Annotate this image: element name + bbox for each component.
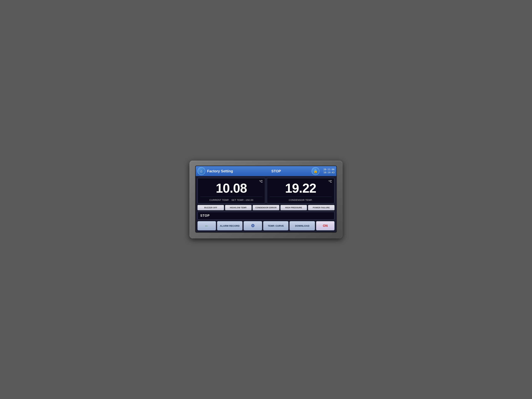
back-button[interactable]: ←	[197, 221, 216, 230]
temp-curve-button[interactable]: TEMP. CURVE	[263, 221, 289, 230]
alarm-record-label: ALARM RECORD	[220, 225, 240, 227]
temp-divider-left	[200, 197, 262, 197]
back-arrow-icon: ←	[205, 223, 209, 228]
temp-divider-right	[270, 197, 332, 197]
condensor-error-button[interactable]: CONDENSOR ERROR	[253, 205, 279, 210]
condensor-temp-unit: °C	[329, 180, 332, 184]
current-temp-unit: °C	[259, 180, 263, 184]
high-low-temp-button[interactable]: HIGH/LOW TEMP.	[225, 205, 252, 210]
screen: ⌂ Factory Setting STOP 🔒 20-11-06 10:19:…	[195, 165, 337, 233]
current-temp-box: °C 10.08 CURRENT TEMP. SET TEMP.:-150.00	[197, 178, 265, 203]
status-text: STOP	[200, 214, 210, 217]
datetime-display: 20-11-06 10:19:43	[321, 168, 335, 174]
buzzer-off-button[interactable]: BUZZER OFF	[197, 205, 224, 210]
alarm-record-button[interactable]: ALARM RECORD	[217, 221, 242, 230]
download-label: DOWNLOAD	[295, 225, 309, 227]
high-pressure-button[interactable]: HIGH PRESSURE	[280, 205, 307, 210]
download-button[interactable]: DOWNLOAD	[290, 221, 315, 230]
power-failure-button[interactable]: POWER FAILURE	[308, 205, 335, 210]
alarm-buttons-row: BUZZER OFF HIGH/LOW TEMP. CONDENSOR ERRO…	[197, 205, 335, 210]
current-temp-value: 10.08	[200, 180, 262, 196]
on-label: ON	[323, 224, 328, 228]
home-button[interactable]: ⌂	[197, 167, 205, 175]
temp-curve-label: TEMP. CURVE	[268, 225, 284, 227]
condensor-temp-desc: CONDENSOR TEMP.	[270, 198, 332, 202]
lock-button[interactable]: 🔒	[312, 167, 319, 175]
lock-icon: 🔒	[313, 169, 318, 173]
home-icon: ⌂	[200, 169, 203, 173]
condensor-temp-box: °C 19.22 CONDENSOR TEMP.	[267, 178, 335, 203]
header-stop-status: STOP	[242, 169, 310, 173]
current-temp-desc: CURRENT TEMP. SET TEMP.:-150.00	[200, 198, 262, 202]
on-button[interactable]: ON	[316, 221, 335, 230]
main-content: °C 10.08 CURRENT TEMP. SET TEMP.:-150.00…	[196, 176, 336, 232]
condensor-temp-value: 19.22	[270, 180, 332, 196]
factory-setting-label: Factory Setting	[207, 169, 241, 173]
gear-icon: ⚙	[251, 223, 255, 228]
status-bar: STOP	[197, 212, 335, 220]
device-frame: ⌂ Factory Setting STOP 🔒 20-11-06 10:19:…	[190, 161, 342, 238]
settings-button[interactable]: ⚙	[244, 221, 262, 230]
bottom-nav: ← ALARM RECORD ⚙ TEMP. CURVE DOWNLOAD	[197, 221, 335, 230]
temp-displays: °C 10.08 CURRENT TEMP. SET TEMP.:-150.00…	[197, 178, 335, 203]
header-bar: ⌂ Factory Setting STOP 🔒 20-11-06 10:19:…	[196, 166, 336, 176]
